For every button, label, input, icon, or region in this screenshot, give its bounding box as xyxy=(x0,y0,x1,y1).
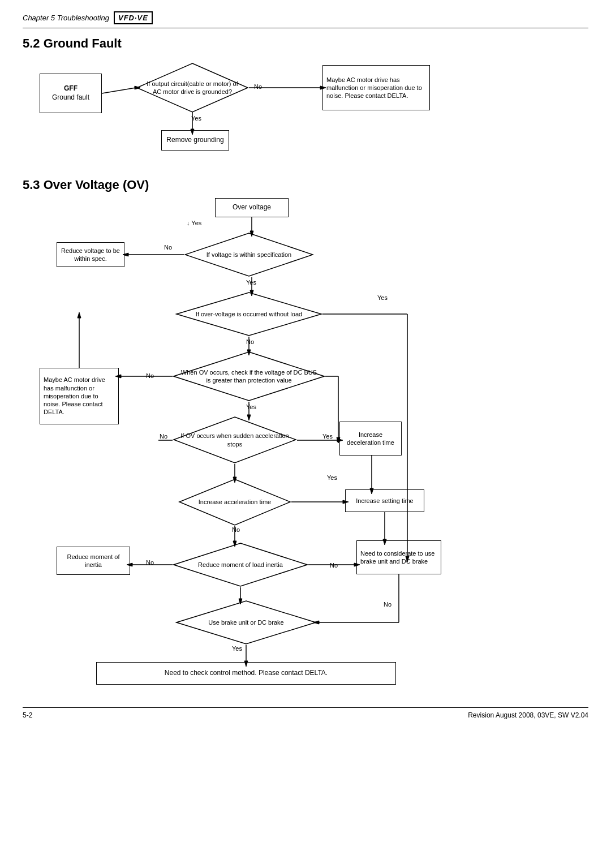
ov-no-left: No xyxy=(164,244,172,251)
reduce-inertia-box: Reduce moment of inertia xyxy=(57,547,130,575)
gff-yes-label: Yes xyxy=(191,115,201,122)
final-note-box: Need to check control method. Please con… xyxy=(96,662,396,685)
ov-ac-malfunction: Maybe AC motor drive has malfunction or … xyxy=(40,368,119,424)
ov-no-load-label: If over-voltage is occurred without load xyxy=(189,310,309,318)
over-voltage-label: Over voltage xyxy=(233,203,271,212)
gff-box: GFF Ground fault xyxy=(40,74,102,113)
ov-no-left4: No xyxy=(146,559,154,566)
footer-revision: Revision August 2008, 03VE, SW V2.04 xyxy=(468,711,588,719)
use-brake-diamond: Use brake unit or DC brake xyxy=(175,600,317,645)
brake-consideration-label: Need to considerate to use brake unit an… xyxy=(360,549,437,566)
ov-no-right5: No xyxy=(330,562,338,569)
increase-setting-label: Increase setting time xyxy=(356,497,414,505)
ov-no-left2: No xyxy=(146,372,154,379)
final-note-label: Need to check control method. Please con… xyxy=(165,669,328,678)
voltage-spec-label: If voltage is within specification xyxy=(200,251,298,259)
gff-label: GFF xyxy=(64,84,78,93)
use-brake-label: Use brake unit or DC brake xyxy=(201,618,290,626)
page-header: Chapter 5 Troubleshooting VFD·VE xyxy=(23,11,588,28)
gff-ac-malfunction: Maybe AC motor drive has malfunction or … xyxy=(322,65,430,110)
reduce-inertia-label: Reduce moment of inertia xyxy=(61,553,126,569)
ov-yes-down6: Yes xyxy=(232,645,242,652)
ov-no-load-diamond: If over-voltage is occurred without load xyxy=(175,291,322,337)
increase-acc-label: Increase acceleration time xyxy=(192,498,278,506)
ov-no-left3: No xyxy=(160,433,167,440)
ov-acc-diamond: If OV occurs when sudden acceleration st… xyxy=(173,416,297,464)
ov-no-down3: No xyxy=(246,338,254,345)
reduce-load-inertia-label: Reduce moment of load inertia xyxy=(191,561,290,569)
reduce-voltage-box: Reduce voltage to be within spec. xyxy=(57,242,124,267)
increase-decel-label: Increase deceleration time xyxy=(343,431,398,447)
ov-no-down5: No xyxy=(232,526,240,533)
over-voltage-box: Over voltage xyxy=(215,198,289,217)
reduce-voltage-label: Reduce voltage to be within spec. xyxy=(61,247,121,263)
increase-acc-diamond: Increase acceleration time xyxy=(178,478,291,526)
ov-no-right6: No xyxy=(384,601,391,608)
remove-grounding-label: Remove grounding xyxy=(166,136,223,145)
ov-flowchart: Over voltage If voltage is within specif… xyxy=(23,198,588,696)
svg-line-1 xyxy=(102,88,136,93)
gff-no-label: No xyxy=(254,83,262,90)
ov-malfunction-label: Maybe AC motor drive has malfunction or … xyxy=(44,376,115,416)
increase-setting-box: Increase setting time xyxy=(345,489,424,512)
svg-marker-28 xyxy=(78,312,81,318)
gff-malfunction-label: Maybe AC motor drive has malfunction or … xyxy=(326,76,426,100)
gff-diamond: If output circuit(cable or motor) of AC … xyxy=(136,62,249,113)
voltage-spec-diamond: If voltage is within specification xyxy=(184,232,314,277)
gff-diamond-label: If output circuit(cable or motor) of AC … xyxy=(136,80,249,96)
footer-page: 5-2 xyxy=(23,711,32,719)
remove-grounding-box: Remove grounding xyxy=(161,130,229,151)
section-53-title: 5.3 Over Voltage (OV) xyxy=(23,178,588,192)
page-footer: 5-2 Revision August 2008, 03VE, SW V2.04 xyxy=(23,707,588,719)
dc-bus-diamond: When OV occurs, check if the voltage of … xyxy=(173,351,325,402)
reduce-load-inertia-diamond: Reduce moment of load inertia xyxy=(173,542,308,587)
gff-flowchart: GFF Ground fault If output circuit(cable… xyxy=(23,57,588,170)
brake-consideration-box: Need to considerate to use brake unit an… xyxy=(356,540,441,574)
ov-yes-right2: Yes xyxy=(322,433,333,440)
ov-yes-right: Yes xyxy=(377,294,388,301)
ov-yes-right3: Yes xyxy=(327,474,337,481)
logo: VFD·VE xyxy=(114,11,153,24)
ov-acc-label: If OV occurs when sudden acceleration st… xyxy=(173,432,297,448)
ov-yes-down2: Yes xyxy=(246,279,256,286)
ov-yes-down4: Yes xyxy=(246,403,256,410)
section-52-title: 5.2 Ground Fault xyxy=(23,36,588,51)
chapter-label: Chapter 5 Troubleshooting xyxy=(23,14,109,22)
dc-bus-label: When OV occurs, check if the voltage of … xyxy=(173,368,325,385)
ov-yes-down1: ↓ Yes xyxy=(187,220,201,226)
ground-fault-label: Ground fault xyxy=(52,93,89,102)
increase-decel-box: Increase deceleration time xyxy=(339,422,402,456)
